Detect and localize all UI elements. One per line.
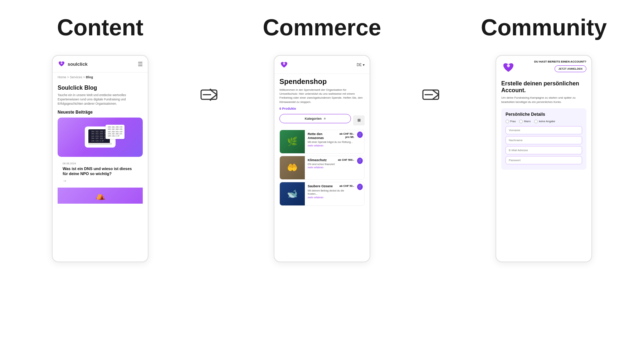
- product-image-amazonas: 🌿: [280, 130, 305, 153]
- radio-mann[interactable]: Mann: [519, 120, 531, 123]
- blog-description: Tauche ein in unsere Welt und entdecke w…: [58, 93, 143, 106]
- product-cart-ozeane[interactable]: 🛒: [357, 182, 364, 190]
- radio-circle-mann: [519, 120, 523, 123]
- spendenshop-title: Spendenshop: [279, 78, 365, 86]
- screen-content: 194.182.190.178 194.182.368.158 142.250.…: [91, 130, 107, 142]
- product-info-amazonas: Rette denAmazonas ab CHF 50.-pro Mt. Mit…: [305, 130, 357, 149]
- radio-frau[interactable]: Frau: [506, 120, 516, 123]
- neueste-beitraege-label: Neueste Beiträge: [58, 110, 143, 115]
- account-header-area: DU HAST BEREITS EINEN ACCOUNT? JETZT ANM…: [534, 60, 586, 72]
- cart-icon-2: 🛒: [357, 158, 363, 164]
- blog-article-title: Was ist ein DNS und wieso ist dieses für…: [63, 166, 138, 176]
- nachname-field[interactable]: [506, 136, 582, 144]
- blog-title: Soulclick Blog: [58, 85, 143, 91]
- cart-icon: 🛒: [357, 131, 363, 138]
- product-info-ozeane: Saubere Ozeane ab CHF 50.- Mit deinem Be…: [305, 182, 357, 201]
- community-logo-icon: [501, 60, 516, 74]
- product-name-ozeane: Saubere Ozeane: [308, 184, 333, 188]
- breadcrumb: Home > Services > Blog: [53, 73, 148, 82]
- community-phone-mockup: DU HAST BEREITS EINEN ACCOUNT? JETZT ANM…: [496, 55, 592, 262]
- commerce-phone-mockup: DE ▾ Spendenshop Willkommen in der Spend…: [274, 55, 370, 262]
- right-arrow-icon: [200, 86, 222, 104]
- product-sub-amazonas: Mit einer Spende trägst du zur Rettung..…: [308, 140, 354, 144]
- community-column: Community DU HAST BEREITS EINEN ACCOUNT?…: [465, 14, 623, 262]
- arrow-commerce-to-community: [422, 14, 444, 104]
- lang-text: DE: [357, 63, 362, 67]
- language-selector[interactable]: DE ▾: [357, 63, 365, 67]
- product-price-ozeane: ab CHF 50.-: [340, 184, 354, 188]
- commerce-column: Commerce DE ▾ Spendenshop Willkommen in …: [243, 14, 401, 262]
- product-image-ozeane: 🐋: [280, 182, 305, 205]
- product-link-klimaschutz[interactable]: mehr erfahren: [308, 166, 354, 169]
- community-heading: Community: [481, 14, 607, 41]
- filter-icon: ≡: [324, 117, 326, 120]
- arrow-content-to-commerce: [200, 14, 222, 104]
- commerce-phone-body: Spendenshop Willkommen in der Spendenwel…: [274, 74, 370, 212]
- radio-circle-frau: [506, 120, 509, 123]
- product-item-ozeane: 🐋 Saubere Ozeane ab CHF 50.- Mit deinem …: [279, 182, 365, 206]
- email-field[interactable]: [506, 146, 582, 154]
- grid-toggle-button[interactable]: ⊞: [353, 115, 365, 125]
- produkte-count: 6 Produkte: [279, 107, 365, 110]
- product-link-amazonas[interactable]: mehr erfahren: [308, 144, 354, 147]
- logo-text: soulclick: [68, 61, 88, 67]
- pers-details-title: Persönliche Details: [506, 112, 582, 117]
- radio-label-mann: Mann: [524, 120, 531, 123]
- commerce-heading: Commerce: [263, 14, 381, 41]
- product-name-amazonas: Rette denAmazonas: [308, 132, 324, 140]
- community-main-title: Erstelle deinen persönlichen Account.: [501, 80, 586, 94]
- blog-card-image: 194.182.190.178 194.182.368.158 142.250.…: [58, 118, 143, 157]
- vorname-field[interactable]: [506, 126, 582, 134]
- passwort-field[interactable]: [506, 156, 582, 164]
- right-arrow-icon-2: [422, 86, 444, 104]
- community-phone-body: Erstelle deinen persönlichen Account. Um…: [496, 79, 591, 173]
- product-item-klimaschutz: 🤲 Klimaschutz ab CHF 500.- 0% sind schon…: [279, 156, 365, 180]
- cart-icon-3: 🛒: [357, 184, 363, 190]
- spendenshop-description: Willkommen in der Spendenwelt der Organi…: [279, 88, 365, 104]
- community-phone-header: DU HAST BEREITS EINEN ACCOUNT? JETZT ANM…: [496, 56, 591, 79]
- product-image-klimaschutz: 🤲: [280, 156, 305, 179]
- product-cart-amazonas[interactable]: 🛒: [357, 130, 364, 138]
- pers-details-section: Persönliche Details Frau Mann: [501, 108, 586, 170]
- kategorien-label: Kategorien: [305, 117, 322, 120]
- radio-keine-angabe[interactable]: keine Angabe: [534, 120, 555, 123]
- radio-label-keine: keine Angabe: [539, 120, 555, 123]
- tent-icon: ⛺: [96, 191, 105, 200]
- radio-circle-keine: [534, 120, 538, 123]
- speech-bubble: 194.182.190.178 194.182.368.158 142.250.…: [106, 125, 125, 139]
- content-heading: Content: [57, 14, 143, 41]
- content-phone-mockup: soulclick ☰ Home > Services > Blog Soulc…: [52, 55, 148, 262]
- laptop-base: [88, 143, 112, 145]
- chevron-down-icon: ▾: [363, 63, 365, 67]
- product-price-amazonas: ab CHF 50.-pro Mt.: [340, 132, 354, 139]
- product-name-klimaschutz: Klimaschutz: [308, 158, 327, 162]
- product-sub-ozeane: Mit deinem Beitrag deckst du die Kosten.…: [308, 189, 354, 195]
- product-item-amazonas: 🌿 Rette denAmazonas ab CHF 50.-pro Mt. M…: [279, 130, 365, 154]
- commerce-phone-header: DE ▾: [274, 56, 370, 74]
- blog-card-bottom: 06.06.2024 Was ist ein DNS und wieso ist…: [58, 160, 143, 186]
- community-main-description: Um deine Fundraising-Kampagne zu starten…: [501, 96, 586, 104]
- product-link-ozeane[interactable]: mehr erfahren: [308, 196, 354, 199]
- blog-read-more-arrow[interactable]: →: [63, 178, 138, 183]
- kategorien-button[interactable]: Kategorien ≡: [279, 114, 351, 123]
- content-column: Content soulclick ☰ Home > Se: [21, 14, 179, 262]
- product-progress-klimaschutz: 0% sind schon finanziert: [308, 163, 354, 165]
- content-phone-header: soulclick ☰: [53, 56, 148, 73]
- anmelden-button[interactable]: JETZT ANMELDEN: [555, 65, 586, 72]
- commerce-logo-icon: [279, 60, 289, 69]
- logo-area: soulclick: [58, 60, 88, 68]
- gender-radio-group: Frau Mann keine Angabe: [506, 120, 582, 123]
- account-question-text: DU HAST BEREITS EINEN ACCOUNT?: [534, 60, 586, 64]
- product-info-klimaschutz: Klimaschutz ab CHF 500.- 0% sind schon f…: [305, 156, 357, 171]
- purple-bottom-bar: ⛺: [58, 188, 143, 204]
- radio-label-frau: Frau: [510, 120, 516, 123]
- laptop-container: 194.182.190.178 194.182.368.158 142.250.…: [85, 126, 116, 148]
- soulclick-logo-icon: [58, 60, 65, 68]
- product-price-klimaschutz: ab CHF 500.-: [338, 158, 354, 161]
- blog-date: 06.06.2024: [63, 162, 138, 165]
- product-cart-klimaschutz[interactable]: 🛒: [357, 156, 364, 164]
- product-list: 🌿 Rette denAmazonas ab CHF 50.-pro Mt. M…: [279, 130, 365, 206]
- content-phone-body: Soulclick Blog Tauche ein in unsere Welt…: [53, 82, 148, 207]
- hamburger-icon[interactable]: ☰: [138, 61, 143, 68]
